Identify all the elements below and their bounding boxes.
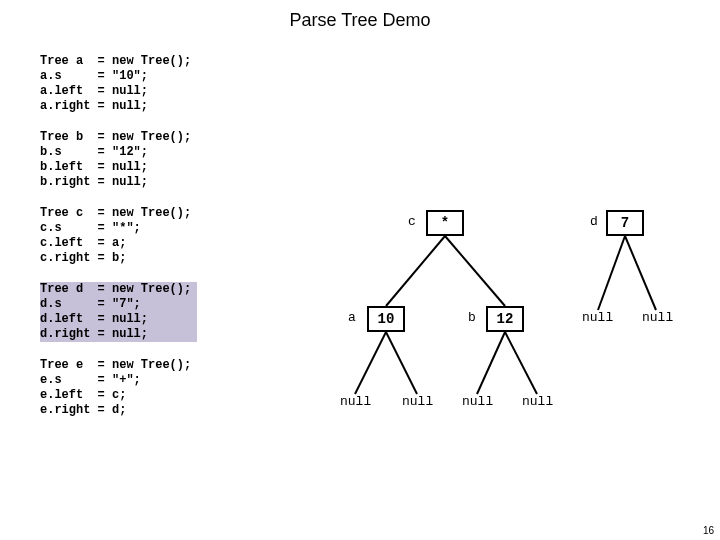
svg-line-7 [625, 236, 656, 310]
svg-line-0 [386, 236, 445, 306]
svg-line-4 [477, 332, 505, 394]
code-column: Tree a = new Tree(); a.s = "10"; a.left … [40, 54, 280, 434]
null-leaf: null [402, 394, 433, 409]
node-b: 12 [486, 306, 524, 332]
slide-title: Parse Tree Demo [0, 0, 720, 37]
null-leaf: null [340, 394, 371, 409]
tree-diagram: c * d 7 null null a 10 b 12 null null nu… [340, 190, 720, 470]
null-leaf: null [582, 310, 613, 325]
svg-line-5 [505, 332, 537, 394]
node-a: 10 [367, 306, 405, 332]
null-leaf: null [462, 394, 493, 409]
node-c: * [426, 210, 464, 236]
code-block-d: Tree d = new Tree(); d.s = "7"; d.left =… [40, 282, 197, 342]
code-block-c: Tree c = new Tree(); c.s = "*"; c.left =… [40, 206, 280, 266]
svg-line-3 [386, 332, 417, 394]
null-leaf: null [642, 310, 673, 325]
code-block-a: Tree a = new Tree(); a.s = "10"; a.left … [40, 54, 280, 114]
svg-line-2 [355, 332, 386, 394]
page-number: 16 [703, 525, 714, 536]
node-d: 7 [606, 210, 644, 236]
svg-line-1 [445, 236, 505, 306]
code-block-e: Tree e = new Tree(); e.s = "+"; e.left =… [40, 358, 280, 418]
code-block-b: Tree b = new Tree(); b.s = "12"; b.left … [40, 130, 280, 190]
node-label-b: b [468, 310, 476, 325]
null-leaf: null [522, 394, 553, 409]
svg-line-6 [598, 236, 625, 310]
node-label-d: d [590, 214, 598, 229]
node-label-a: a [348, 310, 356, 325]
node-label-c: c [408, 214, 416, 229]
